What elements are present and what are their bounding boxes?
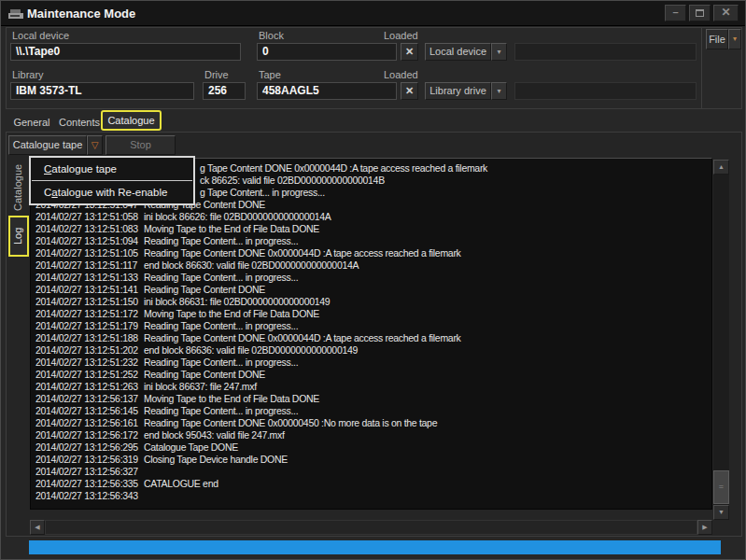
close-button[interactable]: ✕	[713, 5, 739, 21]
log-timestamp: 2014/02/27 13:12:51:058	[35, 211, 140, 223]
log-message: Reading Tape Content... in progress...	[144, 320, 298, 332]
log-timestamp: 2014/02/27 13:12:51:094	[35, 235, 140, 247]
log-row: 2014/02/27 13:12:51:263ini block 86637: …	[35, 381, 711, 393]
device-select[interactable]: Local device	[425, 43, 491, 61]
log-message: Moving Tape to the End of File Data DONE	[144, 393, 319, 405]
tab-catalogue[interactable]: Catalogue	[101, 110, 162, 131]
log-row: 2014/02/27 13:12:56:335CATALOGUE end	[35, 478, 711, 490]
minimize-button[interactable]: –	[665, 5, 686, 21]
tab-contents[interactable]: Contents	[55, 113, 104, 132]
log-message: Moving Tape to the End of File Data DONE	[144, 223, 319, 235]
library-drive-select-arrow[interactable]: ▾	[491, 82, 507, 100]
log-timestamp: 2014/02/27 13:12:56:335	[35, 478, 140, 490]
window-title: Maintenance Mode	[27, 7, 135, 21]
maximize-icon	[696, 9, 704, 17]
log-row: 2014/02/27 13:12:56:172end block 95043: …	[35, 429, 711, 441]
log-message: Closing Tape Device handle DONE	[144, 454, 288, 466]
log-message: Moving Tape to the End of File Data DONE	[144, 308, 319, 320]
log-timestamp: 2014/02/27 13:12:56:161	[35, 417, 140, 429]
chevron-down-icon: ▾	[497, 87, 500, 95]
log-row: 2014/02/27 13:12:51:252Reading Tape Cont…	[35, 369, 711, 381]
block-label: Block	[259, 30, 284, 41]
log-timestamp: 2014/02/27 13:12:51:232	[35, 357, 140, 369]
file-menu-button[interactable]: File	[706, 29, 728, 49]
side-tab-catalogue[interactable]: Catalogue	[8, 158, 29, 217]
log-row: 2014/02/27 13:12:51:133Reading Tape Cont…	[35, 272, 711, 284]
scroll-up-button[interactable]: ▲	[713, 160, 729, 175]
log-message: Reading Tape Content DONE 0x0000044D :A …	[144, 247, 461, 259]
side-tab-log[interactable]: Log	[8, 216, 29, 257]
log-row: 2014/02/27 13:12:51:105Reading Tape Cont…	[35, 247, 711, 259]
log-message: ck 86625: valid file 02BD000000000000014…	[200, 175, 385, 187]
log-row: 2014/02/27 13:12:51:094Reading Tape Cont…	[35, 235, 711, 247]
unload-device-button[interactable]: ✕	[401, 43, 418, 61]
log-timestamp: 2014/02/27 13:12:56:319	[35, 454, 140, 466]
log-timestamp: 2014/02/27 13:12:56:172	[35, 429, 140, 441]
log-timestamp: 2014/02/27 13:12:51:188	[35, 332, 140, 344]
log-message: end block 95043: valid file 247.mxf	[144, 429, 285, 441]
tape-field[interactable]: 458AAGL5	[257, 82, 397, 100]
log-timestamp: 2014/02/27 13:12:51:105	[35, 247, 140, 259]
log-message: Reading Tape Content DONE 0x00000450 :No…	[144, 417, 437, 429]
log-timestamp: 2014/02/27 13:12:51:263	[35, 381, 140, 393]
tape-device-icon	[7, 7, 24, 24]
dropdown-triangle-icon: ▽	[91, 140, 99, 150]
log-timestamp: 2014/02/27 13:12:56:327	[35, 466, 140, 478]
log-message: Catalogue Tape DONE	[144, 441, 238, 454]
scroll-up-icon: ▲	[718, 163, 725, 170]
log-row: 2014/02/27 13:12:56:327	[35, 466, 711, 478]
header-divider	[701, 27, 702, 109]
catalogue-dropdown-menu: Catalogue tape Catalogue with Re-enable	[29, 156, 195, 205]
log-row: 2014/02/27 13:12:56:295Catalogue Tape DO…	[35, 441, 711, 454]
tape-label: Tape	[259, 69, 281, 80]
file-menu-arrow[interactable]: ▾	[728, 29, 741, 49]
horizontal-scrollbar-track[interactable]	[45, 520, 697, 535]
loaded-label-library: Loaded	[384, 69, 418, 80]
scroll-left-icon: ◀	[35, 524, 39, 530]
library-field[interactable]: IBM 3573-TL	[10, 82, 194, 100]
log-message: end block 86636: valid file 02BD00000000…	[144, 344, 358, 357]
log-timestamp: 2014/02/27 13:12:56:145	[35, 405, 140, 417]
catalogue-tape-dropdown-button[interactable]: ▽	[87, 135, 103, 155]
log-message: ini block 86631: file 02BD00000000000001…	[144, 296, 330, 308]
log-row: 2014/02/27 13:12:56:319Closing Tape Devi…	[35, 454, 711, 466]
log-timestamp: 2014/02/27 13:12:51:202	[35, 344, 140, 357]
log-message: CATALOGUE end	[144, 478, 218, 490]
scroll-right-icon: ▶	[702, 524, 707, 530]
log-timestamp: 2014/02/27 13:12:51:117	[35, 259, 140, 272]
log-timestamp: 2014/02/27 13:12:56:343	[35, 490, 140, 502]
minimize-icon: –	[672, 7, 678, 18]
unload-library-button[interactable]: ✕	[401, 82, 418, 100]
scroll-down-button[interactable]: ▼	[713, 505, 729, 520]
menu-item-catalogue-with-reenable[interactable]: Catalogue with Re-enable	[31, 181, 193, 203]
vertical-scrollbar-thumb[interactable]: =	[713, 470, 729, 504]
log-row: 2014/02/27 13:12:51:202end block 86636: …	[35, 344, 711, 357]
log-message: Reading Tape Content DONE	[144, 284, 265, 296]
tab-general[interactable]: General	[10, 113, 53, 132]
scroll-left-button[interactable]: ◀	[30, 520, 45, 535]
log-timestamp: 2014/02/27 13:12:51:252	[35, 369, 140, 381]
log-message: Reading Tape Content... in progress...	[144, 405, 298, 417]
local-device-field[interactable]: \\.\Tape0	[10, 43, 241, 61]
log-row: 2014/02/27 13:12:51:058ini block 86626: …	[35, 211, 711, 223]
log-message: g Tape Content DONE 0x0000044D :A tape a…	[200, 162, 487, 175]
menu-item-catalogue-tape[interactable]: Catalogue tape	[31, 158, 193, 180]
block-field[interactable]: 0	[257, 43, 397, 61]
log-timestamp: 2014/02/27 13:12:51:150	[35, 296, 140, 308]
stop-button[interactable]: Stop	[106, 135, 176, 155]
log-row: 2014/02/27 13:12:51:083Moving Tape to th…	[35, 223, 711, 235]
drive-field[interactable]: 256	[203, 82, 246, 100]
log-message: g Tape Content... in progress...	[200, 187, 325, 199]
drive-label: Drive	[204, 69, 229, 80]
library-drive-select[interactable]: Library drive	[425, 82, 491, 100]
vertical-scrollbar-track[interactable]	[713, 175, 729, 505]
log-timestamp: 2014/02/27 13:12:56:295	[35, 441, 140, 454]
log-message: end block 86630: valid file 02BD00000000…	[144, 259, 359, 272]
maximize-button[interactable]	[689, 5, 711, 21]
log-timestamp: 2014/02/27 13:12:51:133	[35, 272, 140, 284]
catalogue-tape-button[interactable]: Catalogue tape	[8, 135, 87, 155]
log-row: 2014/02/27 13:12:51:141Reading Tape Cont…	[35, 284, 711, 296]
device-select-arrow[interactable]: ▾	[491, 43, 507, 61]
scroll-right-button[interactable]: ▶	[697, 520, 712, 535]
log-row: 2014/02/27 13:12:51:188Reading Tape Cont…	[35, 332, 711, 344]
